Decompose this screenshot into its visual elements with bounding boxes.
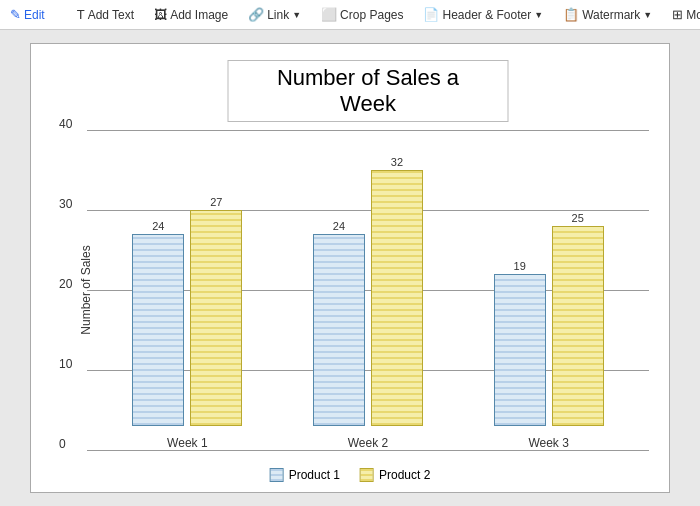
week2-product1-label: 24	[331, 220, 347, 232]
add-image-button[interactable]: 🖼 Add Image	[150, 5, 232, 24]
legend-product1: Product 1	[270, 468, 340, 482]
week3-product1-label: 19	[512, 260, 528, 272]
week3-product2-bar	[552, 226, 604, 426]
header-footer-dropdown-icon: ▼	[534, 10, 543, 20]
week3-product1-bar-wrapper: 19	[494, 260, 546, 426]
week1-product2-label: 27	[208, 196, 224, 208]
week1-product1-bar-wrapper: 24	[132, 220, 184, 426]
link-dropdown-icon: ▼	[292, 10, 301, 20]
week2-product1-bar-wrapper: 24	[313, 220, 365, 426]
chart-container: Number of Sales a Week Number of Sales 4…	[30, 43, 670, 493]
chart-title: Number of Sales a Week	[228, 60, 509, 122]
more-icon: ⊞	[672, 7, 683, 22]
add-text-button[interactable]: T Add Text	[73, 5, 138, 24]
header-footer-icon: 📄	[423, 7, 439, 22]
link-label: Link	[267, 8, 289, 22]
crop-pages-label: Crop Pages	[340, 8, 403, 22]
edit-button[interactable]: ✎ Edit	[6, 5, 49, 24]
crop-icon: ⬜	[321, 7, 337, 22]
grid-label-0: 0	[59, 437, 66, 451]
link-icon: 🔗	[248, 7, 264, 22]
grid-label-40: 40	[59, 117, 72, 131]
chart-area: Number of Sales 40 30 20 10 0	[87, 130, 649, 450]
legend-label-product2: Product 2	[379, 468, 430, 482]
crop-pages-button[interactable]: ⬜ Crop Pages	[317, 5, 407, 24]
week1-group: 24 27 Week 1	[132, 196, 242, 450]
week1-product2-bar	[190, 210, 242, 426]
add-text-label: Add Text	[88, 8, 134, 22]
watermark-icon: 📋	[563, 7, 579, 22]
legend-box-product1	[270, 468, 284, 482]
week3-product2-bar-wrapper: 25	[552, 212, 604, 426]
week2-bars-row: 24 32	[313, 156, 423, 426]
more-button[interactable]: ⊞ More ▼	[668, 5, 700, 24]
toolbar: ✎ Edit T Add Text 🖼 Add Image 🔗 Link ▼ ⬜…	[0, 0, 700, 30]
week3-group: 19 25 Week 3	[494, 212, 604, 450]
text-icon: T	[77, 7, 85, 22]
week1-product1-label: 24	[150, 220, 166, 232]
more-label: More	[686, 8, 700, 22]
edit-label: Edit	[24, 8, 45, 22]
watermark-dropdown-icon: ▼	[643, 10, 652, 20]
week2-group: 24 32 Week 2	[313, 156, 423, 450]
week1-product2-bar-wrapper: 27	[190, 196, 242, 426]
grid-label-10: 10	[59, 357, 72, 371]
week2-product2-label: 32	[389, 156, 405, 168]
grid-line-0: 0	[87, 450, 649, 451]
add-image-label: Add Image	[170, 8, 228, 22]
edit-icon: ✎	[10, 7, 21, 22]
week3-bars-row: 19 25	[494, 212, 604, 426]
legend-label-product1: Product 1	[289, 468, 340, 482]
week3-label: Week 3	[528, 436, 568, 450]
main-area: Number of Sales a Week Number of Sales 4…	[0, 30, 700, 506]
week3-product2-label: 25	[570, 212, 586, 224]
watermark-button[interactable]: 📋 Watermark ▼	[559, 5, 656, 24]
grid-label-20: 20	[59, 277, 72, 291]
legend-box-product2	[360, 468, 374, 482]
week1-bars-row: 24 27	[132, 196, 242, 426]
link-button[interactable]: 🔗 Link ▼	[244, 5, 305, 24]
week2-product2-bar-wrapper: 32	[371, 156, 423, 426]
grid-label-30: 30	[59, 197, 72, 211]
image-icon: 🖼	[154, 7, 167, 22]
watermark-label: Watermark	[582, 8, 640, 22]
week3-product1-bar	[494, 274, 546, 426]
week1-product1-bar	[132, 234, 184, 426]
legend-product2: Product 2	[360, 468, 430, 482]
week2-label: Week 2	[348, 436, 388, 450]
header-footer-button[interactable]: 📄 Header & Footer ▼	[419, 5, 547, 24]
legend: Product 1 Product 2	[270, 468, 431, 482]
week2-product2-bar	[371, 170, 423, 426]
header-footer-label: Header & Footer	[442, 8, 531, 22]
week1-label: Week 1	[167, 436, 207, 450]
week2-product1-bar	[313, 234, 365, 426]
bars-area: 24 27 Week 1 24	[87, 130, 649, 450]
